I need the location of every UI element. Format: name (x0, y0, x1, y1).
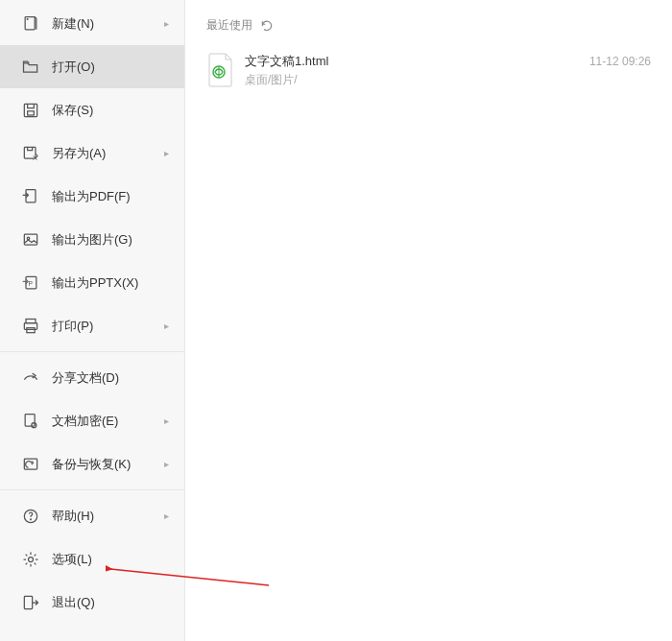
menu-label: 输出为PPTX(X) (52, 274, 138, 292)
file-path: 桌面/图片/ (245, 72, 589, 88)
file-menu-sidebar: 新建(N) ▸ 打开(O) 保存(S) (0, 0, 185, 641)
separator (0, 489, 184, 490)
menu-backup[interactable]: 备份与恢复(K) ▸ (0, 442, 184, 486)
chevron-right-icon: ▸ (164, 510, 169, 521)
menu-label: 打开(O) (52, 59, 95, 76)
svg-rect-0 (25, 16, 35, 29)
menu-label: 备份与恢复(K) (52, 456, 131, 473)
file-info: 文字文稿1.html 桌面/图片/ (245, 53, 589, 88)
svg-point-18 (29, 557, 34, 561)
options-icon (21, 550, 40, 569)
svg-point-7 (27, 237, 30, 240)
print-icon (21, 317, 40, 336)
svg-point-1 (27, 18, 28, 19)
menu-label: 打印(P) (52, 318, 93, 335)
menu-options[interactable]: 选项(L) (0, 537, 184, 581)
svg-rect-15 (24, 459, 36, 469)
help-icon (21, 507, 40, 526)
exit-icon (21, 593, 40, 612)
menu-exit[interactable]: 退出(Q) (0, 581, 184, 624)
chevron-right-icon: ▸ (164, 459, 169, 469)
menu-share[interactable]: 分享文档(D) (0, 356, 184, 399)
menu-label: 输出为图片(G) (52, 231, 132, 249)
refresh-icon[interactable] (260, 19, 274, 33)
chevron-right-icon: ▸ (164, 320, 169, 331)
menu-label: 分享文档(D) (52, 369, 119, 387)
new-file-icon (21, 14, 40, 34)
recent-files-panel: 最近使用 文字文稿1.html 桌面/图片/ (185, 0, 672, 641)
menu-label: 选项(L) (52, 551, 92, 568)
menu-label: 帮助(H) (52, 508, 94, 525)
svg-rect-10 (26, 319, 36, 322)
export-pdf-icon (21, 187, 40, 206)
chevron-right-icon: ▸ (164, 415, 169, 426)
encrypt-icon (21, 412, 40, 431)
menu-new[interactable]: 新建(N) ▸ (0, 2, 184, 45)
menu-export-image[interactable]: 输出为图片(G) (0, 218, 184, 261)
svg-rect-13 (25, 414, 35, 426)
menu-save-as[interactable]: 另存为(A) ▸ (0, 131, 184, 175)
recent-label: 最近使用 (206, 17, 252, 34)
svg-text:P: P (29, 279, 34, 286)
file-time: 11-12 09:26 (589, 53, 651, 68)
share-icon (21, 368, 40, 388)
open-folder-icon (21, 58, 40, 77)
svg-rect-3 (28, 110, 35, 114)
menu-label: 输出为PDF(F) (52, 188, 131, 205)
svg-rect-19 (24, 596, 32, 608)
menu-label: 新建(N) (52, 15, 94, 33)
menu-print[interactable]: 打印(P) ▸ (0, 304, 184, 347)
html-file-icon (206, 53, 235, 87)
save-as-icon (21, 144, 40, 163)
menu-label: 保存(S) (52, 102, 93, 119)
menu-label: 退出(Q) (52, 594, 95, 611)
menu-encrypt[interactable]: 文档加密(E) ▸ (0, 399, 184, 442)
menu-label: 另存为(A) (52, 145, 106, 162)
svg-rect-6 (24, 234, 36, 245)
menu-help[interactable]: 帮助(H) ▸ (0, 494, 184, 537)
menu-export-pptx[interactable]: P 输出为PPTX(X) (0, 261, 184, 304)
menu-open[interactable]: 打开(O) (0, 45, 184, 88)
export-pptx-icon: P (21, 273, 40, 293)
menu-save[interactable]: 保存(S) (0, 88, 184, 131)
svg-point-17 (31, 518, 32, 519)
backup-icon (21, 455, 40, 474)
separator (0, 351, 184, 352)
menu-label: 文档加密(E) (52, 413, 118, 430)
menu-export-pdf[interactable]: 输出为PDF(F) (0, 175, 184, 218)
chevron-right-icon: ▸ (164, 148, 169, 158)
svg-rect-12 (27, 327, 35, 332)
recent-header: 最近使用 (206, 17, 651, 34)
export-image-icon (21, 230, 40, 249)
save-icon (21, 101, 40, 120)
chevron-right-icon: ▸ (164, 18, 169, 29)
file-name: 文字文稿1.html (245, 53, 589, 70)
recent-file-item[interactable]: 文字文稿1.html 桌面/图片/ 11-12 09:26 (206, 49, 651, 92)
